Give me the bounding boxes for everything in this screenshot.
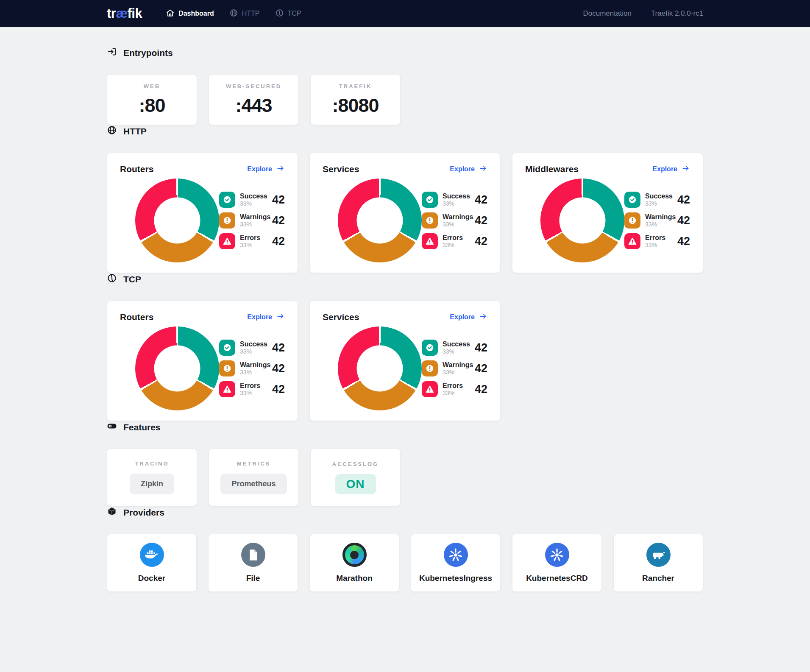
explore-http-routers-link[interactable]: Explore — [247, 164, 285, 174]
legend-row-success: Success33% 42 — [422, 192, 487, 208]
legend-row-success: Success33% 42 — [219, 340, 285, 356]
error-icon — [422, 233, 438, 249]
card-title: Services — [323, 312, 359, 322]
feature-value-chip: Zipkin — [130, 474, 174, 494]
entrypoints-icon — [107, 47, 117, 59]
explore-tcp-services-link[interactable]: Explore — [450, 312, 487, 322]
legend-row-warnings: Warnings33% 42 — [422, 212, 487, 229]
legend-value: 42 — [677, 193, 690, 206]
documentation-link[interactable]: Documentation — [583, 9, 632, 18]
legend-row-warnings: Warnings33% 42 — [422, 360, 487, 376]
entrypoint-label: WEB — [144, 83, 160, 89]
cube-icon — [107, 506, 117, 519]
status-legend: Success33% 42 Warnings33% 42 Errors33% 4… — [219, 340, 285, 397]
legend-percent: 33% — [443, 221, 473, 228]
home-icon — [166, 8, 175, 19]
legend-label: Success — [240, 340, 267, 348]
tcp-icon — [275, 8, 284, 19]
nav-label-tcp: TCP — [288, 10, 301, 17]
card-title: Routers — [120, 164, 153, 174]
provider-label: Rancher — [642, 574, 674, 583]
feature-label: TRACING — [135, 460, 169, 467]
tcp-icon — [107, 273, 117, 285]
feature-value-chip: Prometheus — [220, 474, 287, 494]
dashboard-content: Entrypoints WEB :80 WEB-SECURED :443 TRA… — [107, 27, 703, 609]
explore-http-services-link[interactable]: Explore — [450, 164, 487, 174]
status-legend: Success33% 42 Warnings33% 42 Errors33% 4… — [422, 340, 487, 397]
provider-card-file: File — [208, 534, 298, 592]
legend-row-errors: Errors33% 42 — [219, 381, 285, 397]
arrow-right-icon — [479, 164, 487, 174]
legend-value: 42 — [272, 235, 285, 248]
nav-item-dashboard[interactable]: Dashboard — [166, 8, 214, 19]
entrypoint-port: :80 — [139, 95, 165, 117]
explore-label: Explore — [247, 165, 272, 173]
legend-label: Success — [645, 192, 673, 200]
nav-label-http: HTTP — [242, 10, 260, 17]
logo-ae: æ — [116, 6, 127, 21]
legend-percent: 33% — [645, 221, 676, 228]
globe-icon — [107, 125, 117, 137]
arrow-right-icon — [682, 164, 690, 174]
status-donut-chart — [540, 178, 624, 262]
http-title-text: HTTP — [123, 126, 147, 137]
entrypoint-card-web: WEB :80 — [107, 74, 197, 125]
card-title: Routers — [120, 312, 153, 322]
feature-card-tracing: TRACING Zipkin — [107, 449, 197, 506]
feature-card-accesslog: ACCESSLOG ON — [310, 449, 401, 506]
explore-label: Explore — [450, 165, 475, 173]
version-label: Traefik 2.0.0-rc1 — [651, 9, 703, 18]
nav-item-tcp[interactable]: TCP — [275, 8, 301, 19]
section-features: Features TRACING Zipkin METRICS Promethe… — [107, 421, 703, 506]
status-legend: Success33% 42 Warnings33% 42 Errors33% 4… — [219, 192, 285, 249]
status-donut-chart — [135, 326, 219, 410]
explore-label: Explore — [247, 313, 272, 321]
explore-http-middlewares-link[interactable]: Explore — [652, 164, 690, 174]
legend-label: Success — [443, 340, 470, 348]
section-entrypoints: Entrypoints WEB :80 WEB-SECURED :443 TRA… — [107, 47, 703, 125]
section-tcp: TCP Routers Explore Success33% — [107, 273, 703, 421]
nav-label-dashboard: Dashboard — [178, 10, 214, 17]
section-http: HTTP Routers Explore Success33% — [107, 125, 703, 273]
entrypoint-label: TRAEFIK — [339, 83, 372, 89]
legend-percent: 33% — [443, 390, 463, 397]
legend-label: Errors — [443, 234, 463, 242]
provider-label: Docker — [138, 574, 165, 583]
legend-label: Success — [443, 192, 470, 200]
providers-title: Providers — [107, 506, 703, 519]
http-title: HTTP — [107, 125, 703, 137]
logo-text-2: fik — [127, 6, 142, 21]
legend-label: Warnings — [240, 361, 270, 369]
globe-icon — [229, 8, 238, 19]
legend-value: 42 — [272, 193, 285, 206]
card-title: Middlewares — [525, 164, 579, 174]
error-icon — [219, 233, 235, 249]
nav-item-http[interactable]: HTTP — [229, 8, 260, 19]
tcp-routers-card: Routers Explore Success33% 42 — [107, 301, 298, 421]
legend-label: Errors — [240, 382, 260, 390]
explore-label: Explore — [450, 313, 475, 321]
toggle-icon — [107, 421, 117, 433]
provider-card-marathon: Marathon — [309, 534, 399, 592]
legend-percent: 33% — [645, 200, 673, 207]
legend-percent: 33% — [240, 390, 260, 397]
app-logo[interactable]: træfik — [107, 6, 142, 21]
providers-title-text: Providers — [123, 507, 164, 518]
entrypoint-card-web-secured: WEB-SECURED :443 — [209, 74, 299, 125]
section-providers: Providers Docker File Marathon — [107, 506, 703, 592]
legend-value: 42 — [475, 341, 487, 354]
http-services-card: Services Explore Success33% 42 — [309, 153, 501, 273]
legend-value: 42 — [475, 362, 487, 375]
provider-label: KubernetesCRD — [526, 574, 588, 583]
provider-card-kubernetes-ingress: KubernetesIngress — [411, 534, 501, 592]
legend-label: Success — [240, 192, 267, 200]
legend-value: 42 — [475, 214, 487, 227]
legend-percent: 33% — [240, 369, 270, 376]
legend-value: 42 — [475, 193, 487, 206]
http-middlewares-card: Middlewares Explore Success33% 42 — [512, 153, 703, 273]
warning-icon — [422, 360, 438, 376]
navbar: træfik Dashboard HTTP TCP Documentation … — [0, 0, 810, 27]
success-icon — [219, 192, 235, 208]
warning-icon — [219, 212, 235, 229]
explore-tcp-routers-link[interactable]: Explore — [247, 312, 285, 322]
